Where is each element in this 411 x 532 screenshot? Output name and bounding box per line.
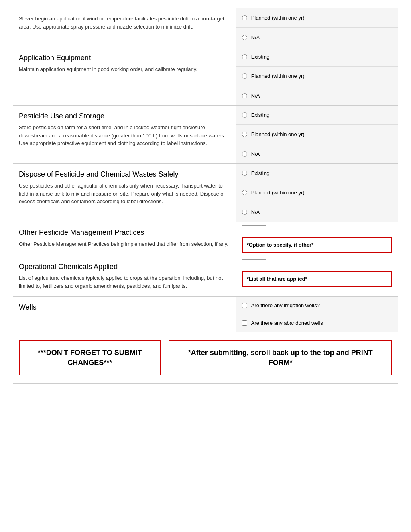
operational-chemicals-input[interactable]	[242, 259, 266, 268]
drift-na-label: N/A	[251, 35, 260, 41]
dp-na-label: N/A	[251, 209, 260, 215]
footer-row: ***DON'T FORGET TO SUBMIT CHANGES*** *Af…	[13, 332, 398, 383]
drift-planned-option[interactable]: Planned (within one yr)	[236, 8, 398, 28]
other-pesticide-desc: Other Pesticide Management Practices bei…	[19, 240, 230, 248]
pesticide-storage-left: Pesticide Use and Storage Store pesticid…	[13, 106, 236, 163]
dispose-pesticide-row: Dispose of Pesticide and Chemical Wastes…	[13, 164, 398, 222]
ps-existing-label: Existing	[251, 112, 270, 118]
irrigation-wells-checkbox[interactable]	[242, 303, 247, 308]
app-planned-option[interactable]: Planned (within one yr)	[236, 67, 398, 86]
ps-planned-label: Planned (within one yr)	[251, 131, 305, 137]
ps-na-radio[interactable]	[242, 151, 247, 157]
app-equipment-right: Existing Planned (within one yr) N/A	[236, 47, 398, 105]
drift-na-radio[interactable]	[242, 35, 247, 40]
pesticide-storage-desc: Store pesticides on farm for a short tim…	[19, 124, 230, 147]
dispose-pesticide-desc: Use pesticides and other agricultural ch…	[19, 182, 230, 206]
dp-na-radio[interactable]	[242, 210, 247, 215]
app-equipment-row: Application Equipment Maintain applicati…	[13, 47, 398, 106]
dispose-pesticide-right: Existing Planned (within one yr) N/A	[236, 164, 398, 222]
ps-planned-radio[interactable]	[242, 132, 247, 137]
dispose-pesticide-left: Dispose of Pesticide and Chemical Wastes…	[13, 164, 236, 222]
wells-left: Wells	[13, 297, 236, 332]
app-planned-label: Planned (within one yr)	[251, 73, 305, 79]
ps-existing-radio[interactable]	[242, 112, 247, 118]
dp-planned-radio[interactable]	[242, 190, 247, 195]
operational-chemicals-row: Operational Chemicals Applied List of ag…	[13, 256, 398, 297]
drift-planned-label: Planned (within one yr)	[251, 15, 305, 21]
drift-right: Planned (within one yr) N/A	[236, 8, 398, 47]
drift-left: Slever begin an application if wind or t…	[13, 8, 236, 47]
wells-row: Wells Are there any irrigation wells? Ar…	[13, 297, 398, 332]
app-na-radio[interactable]	[242, 93, 247, 98]
abandoned-wells-label: Are there any abandoned wells	[251, 320, 323, 326]
other-pesticide-inputs: *Option to specify, if other*	[236, 222, 398, 256]
dispose-pesticide-title: Dispose of Pesticide and Chemical Wastes…	[19, 170, 230, 179]
page-container: Slever begin an application if wind or t…	[13, 8, 398, 384]
wells-title: Wells	[19, 303, 230, 312]
irrigation-wells-option[interactable]: Are there any irrigation wells?	[236, 297, 398, 314]
other-pesticide-input[interactable]	[242, 225, 266, 234]
app-equipment-left: Application Equipment Maintain applicati…	[13, 47, 236, 105]
operational-chemicals-left: Operational Chemicals Applied List of ag…	[13, 256, 236, 296]
drift-planned-radio[interactable]	[242, 15, 247, 20]
ps-planned-option[interactable]: Planned (within one yr)	[236, 125, 398, 144]
dp-existing-option[interactable]: Existing	[236, 164, 398, 183]
dp-existing-label: Existing	[251, 170, 270, 176]
app-existing-radio[interactable]	[242, 54, 247, 59]
operational-chemicals-right: *List all that are applied*	[236, 256, 398, 296]
pesticide-storage-title: Pesticide Use and Storage	[19, 112, 230, 120]
ps-na-option[interactable]: N/A	[236, 144, 398, 163]
operational-chemicals-inputs: *List all that are applied*	[236, 256, 398, 290]
drift-na-option[interactable]: N/A	[236, 28, 398, 47]
other-pesticide-row: Other Pesticide Management Practices Oth…	[13, 222, 398, 256]
abandoned-wells-checkbox[interactable]	[242, 320, 247, 326]
dp-na-option[interactable]: N/A	[236, 202, 398, 222]
other-pesticide-right: *Option to specify, if other*	[236, 222, 398, 256]
dp-planned-option[interactable]: Planned (within one yr)	[236, 183, 398, 202]
other-pesticide-left: Other Pesticide Management Practices Oth…	[13, 222, 236, 256]
abandoned-wells-option[interactable]: Are there any abandoned wells	[236, 314, 398, 332]
app-existing-label: Existing	[251, 54, 270, 60]
operational-chemicals-desc: List of agricultural chemicals typically…	[19, 274, 230, 290]
dp-existing-radio[interactable]	[242, 171, 247, 176]
wells-right: Are there any irrigation wells? Are ther…	[236, 297, 398, 332]
operational-chemicals-option-box: *List all that are applied*	[242, 271, 392, 287]
dp-planned-label: Planned (within one yr)	[251, 190, 305, 196]
app-na-label: N/A	[251, 93, 260, 99]
app-equipment-desc: Maintain application equipment in good w…	[19, 65, 230, 73]
app-planned-radio[interactable]	[242, 73, 247, 79]
operational-chemicals-title: Operational Chemicals Applied	[19, 263, 230, 271]
footer-print-box: *After submitting, scroll back up to the…	[169, 340, 392, 375]
ps-na-label: N/A	[251, 151, 260, 157]
app-existing-option[interactable]: Existing	[236, 47, 398, 67]
drift-desc: Slever begin an application if wind or t…	[19, 15, 230, 31]
ps-existing-option[interactable]: Existing	[236, 106, 398, 125]
pesticide-storage-right: Existing Planned (within one yr) N/A	[236, 106, 398, 163]
footer-submit-box: ***DON'T FORGET TO SUBMIT CHANGES***	[19, 340, 161, 375]
drift-row: Slever begin an application if wind or t…	[13, 8, 398, 47]
app-equipment-title: Application Equipment	[19, 54, 230, 62]
other-pesticide-title: Other Pesticide Management Practices	[19, 228, 230, 237]
other-pesticide-option-box: *Option to specify, if other*	[242, 237, 392, 253]
pesticide-storage-row: Pesticide Use and Storage Store pesticid…	[13, 106, 398, 164]
irrigation-wells-label: Are there any irrigation wells?	[251, 302, 320, 308]
app-na-option[interactable]: N/A	[236, 86, 398, 105]
